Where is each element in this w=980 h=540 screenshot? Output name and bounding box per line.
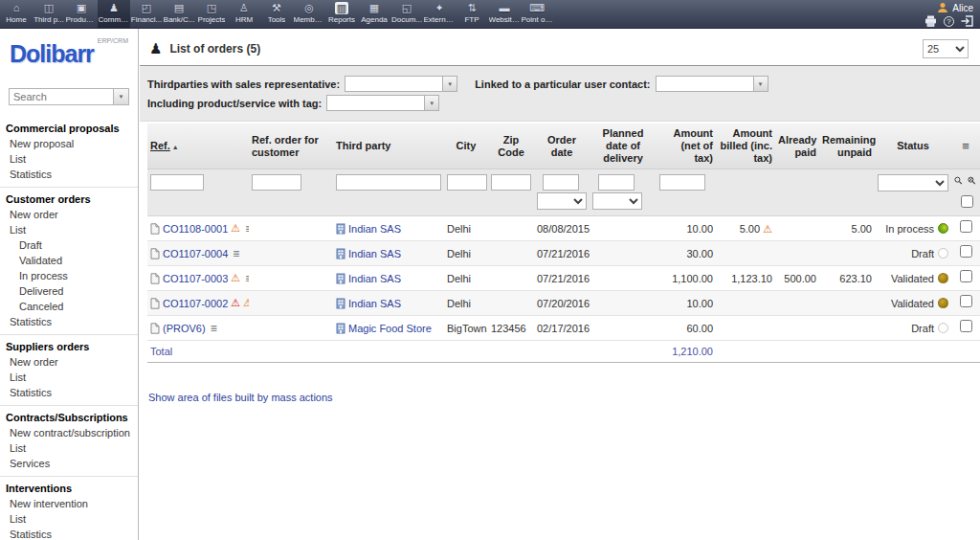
filter-zip-input[interactable] <box>491 174 531 191</box>
col-amount-net[interactable]: Amount (net of tax) <box>657 124 716 169</box>
third-party-link[interactable]: Indian SAS <box>348 246 401 261</box>
sidebar-item-list[interactable]: List <box>0 440 138 456</box>
sidebar-item-in-process[interactable]: In process <box>0 268 138 283</box>
mass-actions-link[interactable]: Show area of files built by mass actions <box>148 392 333 403</box>
filter-planned-date-select[interactable] <box>592 192 642 210</box>
third-party-link[interactable]: Indian SAS <box>348 296 401 311</box>
filter-ref-customer-input[interactable] <box>252 174 301 191</box>
col-status[interactable]: Status <box>875 124 951 169</box>
sidebar-item-services[interactable]: Services <box>0 456 138 471</box>
menu-item-website[interactable]: ▬Website... <box>488 0 521 28</box>
tag-filter-input[interactable] <box>326 95 425 111</box>
menu-item-bank-c[interactable]: ▤Bank/C... <box>163 0 195 28</box>
filter-order-date-select[interactable] <box>537 192 587 210</box>
order-ref-link[interactable]: (PROV6) <box>163 321 206 336</box>
sidebar-item-statistics[interactable]: Statistics <box>0 314 138 329</box>
third-party-link[interactable]: Indian SAS <box>348 221 401 236</box>
sidebar-item-canceled[interactable]: Canceled <box>0 299 138 314</box>
sidebar-item-delivered[interactable]: Delivered <box>0 283 138 299</box>
col-remaining-unpaid[interactable]: Remaining unpaid <box>819 124 875 169</box>
search-dropdown-button[interactable]: ▼ <box>114 88 129 105</box>
col-third-party[interactable]: Third party <box>333 124 444 169</box>
sidebar-item-validated[interactable]: Validated <box>0 253 138 268</box>
search-filter-icon[interactable] <box>954 174 963 187</box>
sidebar-item-new-order[interactable]: New order <box>0 354 138 370</box>
menu-item-ftp[interactable]: ⇅FTP <box>456 0 488 28</box>
help-icon[interactable]: ? <box>944 16 954 27</box>
sidebar-item-statistics[interactable]: Statistics <box>0 385 138 400</box>
user-contact-filter-input[interactable] <box>656 76 754 92</box>
third-party-link[interactable]: Magic Food Store <box>348 321 432 336</box>
select-all-checkbox[interactable] <box>961 195 973 208</box>
sidebar-item-statistics[interactable]: Statistics <box>0 527 138 540</box>
row-checkbox[interactable] <box>960 245 972 258</box>
sales-rep-filter-input[interactable] <box>345 76 443 92</box>
sidebar-item-list[interactable]: List <box>0 511 138 527</box>
sidebar-item-new-contract-subscription[interactable]: New contract/subscription <box>0 425 138 440</box>
col-zip[interactable]: Zip Code <box>488 124 534 169</box>
menu-item-hrm[interactable]: ♙HRM <box>228 0 260 28</box>
menu-item-point-of[interactable]: ⌨Point of... <box>521 0 553 28</box>
sidebar-item-list[interactable]: List <box>0 370 138 385</box>
menu-item-product[interactable]: ▣Product... <box>65 0 98 28</box>
filter-order-date-input[interactable] <box>543 174 579 191</box>
row-checkbox[interactable] <box>960 270 972 282</box>
user-contact-filter-dropdown[interactable]: ▼ <box>754 76 768 92</box>
remove-filter-icon[interactable] <box>968 174 976 187</box>
row-menu-icon[interactable]: ≡ <box>233 246 239 261</box>
menu-item-financi[interactable]: ◰Financi... <box>130 0 163 28</box>
row-checkbox[interactable] <box>960 295 972 307</box>
menu-item-reports[interactable]: ▥Reports <box>325 0 358 28</box>
filter-planned-date-input[interactable] <box>598 174 635 191</box>
col-order-date[interactable]: Order date <box>534 124 590 169</box>
col-amount-billed[interactable]: Amount billed (inc. tax) <box>716 124 775 169</box>
row-menu-icon[interactable]: ≡ <box>211 321 217 336</box>
menu-item-docum[interactable]: ◱Docum... <box>390 0 423 28</box>
sidebar-item-statistics[interactable]: Statistics <box>0 167 138 182</box>
col-planned-date[interactable]: Planned date of delivery <box>590 124 657 169</box>
filter-amount-input[interactable] <box>659 174 705 191</box>
col-already-paid[interactable]: Already paid <box>775 124 819 169</box>
order-ref-link[interactable]: CO1107-0004 <box>163 246 228 261</box>
sidebar-item-new-proposal[interactable]: New proposal <box>0 136 138 151</box>
page-size-select[interactable]: 25 <box>923 39 969 58</box>
menu-item-projects[interactable]: ◳Projects <box>195 0 228 28</box>
menu-item-comme[interactable]: ♟Comme... <box>98 0 130 28</box>
menu-item-home[interactable]: ⌂Home <box>0 0 33 28</box>
order-ref-link[interactable]: CO1108-0001 <box>163 221 228 236</box>
row-menu-icon[interactable]: ≡ <box>245 221 249 236</box>
col-ref-customer[interactable]: Ref. order for customer <box>249 124 333 169</box>
logout-icon[interactable] <box>961 15 973 27</box>
order-ref-link[interactable]: CO1107-0002 <box>163 296 228 311</box>
columns-menu-icon[interactable]: ≡ <box>962 139 969 153</box>
bank-icon: ▤ <box>174 1 184 14</box>
menu-item-third-p[interactable]: ◫Third p... <box>33 0 65 28</box>
sales-rep-filter-dropdown[interactable]: ▼ <box>443 76 457 92</box>
menu-item-tools[interactable]: ⚒Tools <box>260 0 293 28</box>
col-ref[interactable]: Ref.▲ <box>147 124 249 169</box>
sidebar-item-draft[interactable]: Draft <box>0 237 138 253</box>
sidebar-item-new-intervention[interactable]: New intervention <box>0 496 138 511</box>
search-input[interactable] <box>9 88 114 105</box>
sidebar-item-new-order[interactable]: New order <box>0 207 138 222</box>
filter-status-select[interactable] <box>878 174 948 191</box>
row-checkbox[interactable] <box>960 220 972 233</box>
filter-city-input[interactable] <box>447 174 487 191</box>
sidebar-item-list[interactable]: List <box>0 151 138 167</box>
tag-filter-dropdown[interactable]: ▼ <box>425 95 439 111</box>
menu-item-agenda[interactable]: ▦Agenda <box>358 0 390 28</box>
filter-ref-input[interactable] <box>150 174 204 191</box>
sidebar-item-list[interactable]: List <box>0 222 138 237</box>
filter-third-party-input[interactable] <box>336 174 441 191</box>
sidebar-section-title: Commercial proposals <box>0 120 138 136</box>
third-party-link[interactable]: Indian SAS <box>348 271 401 286</box>
row-menu-icon[interactable]: ≡ <box>245 271 249 286</box>
topbar-user[interactable]: Alice <box>937 2 973 13</box>
order-ref-link[interactable]: CO1107-0003 <box>163 271 228 286</box>
printer-icon[interactable] <box>924 15 937 27</box>
col-city[interactable]: City <box>444 124 488 169</box>
menu-item-externa[interactable]: ✦Externa... <box>423 0 456 28</box>
menu-item-membe[interactable]: ◎Membe... <box>293 0 325 28</box>
row-checkbox[interactable] <box>960 320 972 332</box>
cell-select <box>951 241 980 266</box>
